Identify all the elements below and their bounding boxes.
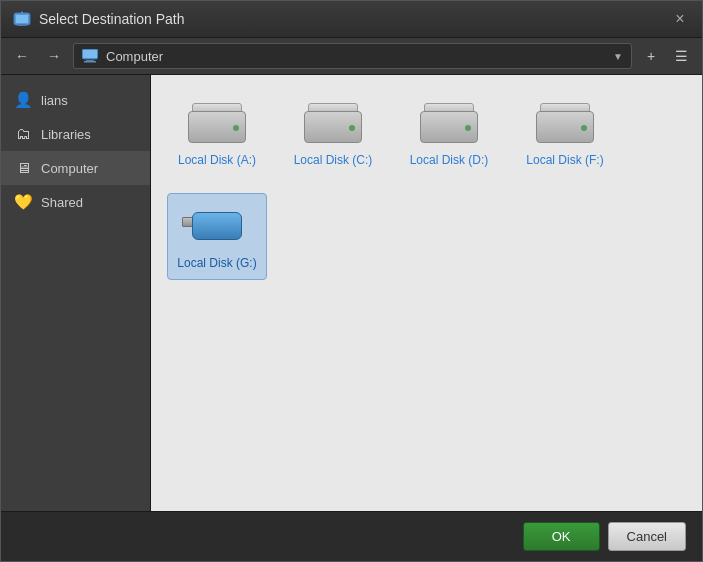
usb-icon-g [192, 208, 242, 244]
dialog-title: Select Destination Path [39, 11, 185, 27]
file-item-disk-f[interactable]: Local Disk (F:) [515, 91, 615, 177]
sidebar-item-computer[interactable]: Computer [1, 151, 150, 185]
hdd-icon-d [420, 103, 478, 143]
dropdown-arrow[interactable]: ▼ [613, 51, 623, 62]
file-item-disk-d[interactable]: Local Disk (D:) [399, 91, 499, 177]
svg-rect-5 [83, 50, 97, 58]
file-item-disk-g[interactable]: Local Disk (G:) [167, 193, 267, 281]
sidebar-label-lians: lians [41, 93, 68, 108]
svg-point-3 [21, 12, 23, 14]
new-folder-button[interactable]: + [638, 43, 664, 69]
shared-icon [13, 193, 33, 211]
bottom-bar: OK Cancel [1, 511, 702, 561]
sidebar-label-computer: Computer [41, 161, 98, 176]
svg-rect-1 [16, 15, 28, 23]
address-text: Computer [106, 49, 605, 64]
file-label-disk-c: Local Disk (C:) [294, 153, 373, 169]
svg-rect-7 [84, 61, 96, 63]
sidebar-item-shared[interactable]: Shared [1, 185, 150, 219]
computer-icon [82, 49, 98, 63]
user-icon [13, 91, 33, 109]
disk-icon-wrapper-g [185, 202, 249, 250]
computer-nav-icon [13, 159, 33, 177]
dialog: Select Destination Path × ← → Computer ▼… [0, 0, 703, 562]
back-button[interactable]: ← [9, 43, 35, 69]
forward-button[interactable]: → [41, 43, 67, 69]
hdd-icon-c [304, 103, 362, 143]
sidebar-label-libraries: Libraries [41, 127, 91, 142]
dialog-icon [13, 10, 31, 28]
title-bar: Select Destination Path × [1, 1, 702, 38]
file-label-disk-f: Local Disk (F:) [526, 153, 603, 169]
file-item-disk-a[interactable]: Local Disk (A:) [167, 91, 267, 177]
toolbar: ← → Computer ▼ + ☰ [1, 38, 702, 75]
close-button[interactable]: × [670, 9, 690, 29]
cancel-button[interactable]: Cancel [608, 522, 686, 551]
disk-icon-wrapper-d [417, 99, 481, 147]
disk-icon-wrapper-c [301, 99, 365, 147]
library-icon [13, 125, 33, 143]
file-label-disk-d: Local Disk (D:) [410, 153, 489, 169]
file-item-disk-c[interactable]: Local Disk (C:) [283, 91, 383, 177]
disk-icon-wrapper-a [185, 99, 249, 147]
content-area: lians Libraries Computer Shared [1, 75, 702, 511]
file-grid: Local Disk (A:) Local Disk (C:) [167, 91, 686, 280]
ok-button[interactable]: OK [523, 522, 600, 551]
address-bar[interactable]: Computer ▼ [73, 43, 632, 69]
sidebar-item-libraries[interactable]: Libraries [1, 117, 150, 151]
file-label-disk-a: Local Disk (A:) [178, 153, 256, 169]
hdd-icon-f [536, 103, 594, 143]
sidebar-item-lians[interactable]: lians [1, 83, 150, 117]
disk-icon-wrapper-f [533, 99, 597, 147]
hdd-icon-a [188, 103, 246, 143]
view-toggle-button[interactable]: ☰ [668, 43, 694, 69]
svg-rect-2 [18, 24, 26, 26]
sidebar: lians Libraries Computer Shared [1, 75, 151, 511]
main-file-area: Local Disk (A:) Local Disk (C:) [151, 75, 702, 511]
sidebar-label-shared: Shared [41, 195, 83, 210]
file-label-disk-g: Local Disk (G:) [177, 256, 256, 272]
